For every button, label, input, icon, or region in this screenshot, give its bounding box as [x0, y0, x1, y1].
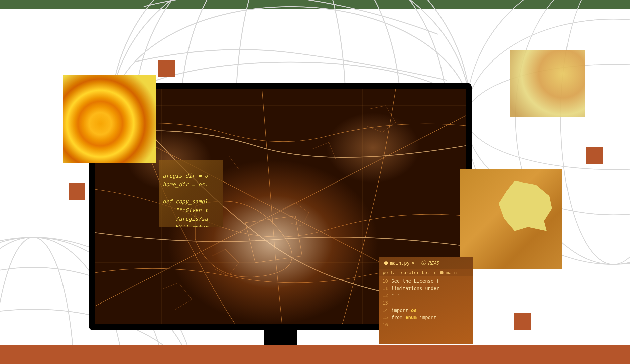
- editor-breadcrumb[interactable]: portal_curator_bot › ⬢ main: [379, 269, 473, 276]
- code-editor-panel: ⬢ main.py × ⓘ READ portal_curator_bot › …: [379, 257, 473, 344]
- code-line: home_dir = os.: [163, 181, 208, 188]
- tab-label: main.py: [390, 260, 410, 266]
- code-line: Will retur: [163, 224, 208, 227]
- editor-tab-main-py[interactable]: ⬢ main.py ×: [382, 259, 416, 267]
- line-text: import os: [391, 307, 417, 314]
- accent-square-3: [586, 147, 603, 164]
- close-icon[interactable]: ×: [412, 260, 414, 266]
- code-line: 10 See the License f: [379, 278, 473, 285]
- line-text: limitations under: [391, 285, 439, 292]
- editor-tab-bar: ⬢ main.py × ⓘ READ: [379, 257, 473, 269]
- accent-square-4: [514, 313, 531, 330]
- info-icon: ⓘ: [421, 260, 426, 266]
- line-number: 12: [379, 292, 391, 299]
- breadcrumb-segment: main: [446, 270, 457, 275]
- python-file-icon: ⬢: [384, 260, 388, 266]
- accent-square-1: [158, 60, 175, 77]
- heatmap-swirl-image: [63, 75, 156, 163]
- line-number: 14: [379, 307, 391, 314]
- top-accent-bar: [0, 0, 630, 9]
- code-snippet-overlay: arcgis_dir = o home_dir = os. def copy_s…: [159, 160, 223, 227]
- line-number: 13: [379, 299, 391, 307]
- bottom-accent-bar: [0, 345, 630, 364]
- code-line: arcgis_dir = o: [163, 173, 208, 179]
- svg-point-17: [561, 0, 630, 264]
- code-line: 14 import os: [379, 307, 473, 314]
- line-text: """: [391, 292, 400, 299]
- heatmap-cloud-image: [510, 50, 585, 117]
- chevron-right-icon: ›: [432, 271, 437, 275]
- editor-tab-readme[interactable]: ⓘ READ: [419, 259, 441, 267]
- accent-square-2: [69, 183, 85, 200]
- line-number: 11: [379, 285, 391, 292]
- code-line: 15 from enum import: [379, 314, 473, 321]
- line-number: 15: [379, 314, 391, 321]
- line-text: from enum import: [391, 314, 436, 321]
- line-text: See the License f: [391, 278, 439, 285]
- editor-code-area[interactable]: 10 See the License f 11 limitations unde…: [379, 276, 473, 330]
- heatmap-region-image: [460, 169, 562, 269]
- code-line: /arcgis/sa: [163, 216, 208, 222]
- code-line: def copy_sampl: [163, 198, 208, 205]
- tab-label: READ: [428, 260, 439, 266]
- code-line: 12 """: [379, 292, 473, 299]
- code-line: 16: [379, 321, 473, 329]
- line-number: 10: [379, 278, 391, 285]
- code-line: """Given t: [163, 207, 208, 213]
- line-number: 16: [379, 321, 391, 329]
- code-line: 13: [379, 299, 473, 307]
- python-file-icon: ⬢: [440, 270, 444, 275]
- code-line: 11 limitations under: [379, 285, 473, 292]
- breadcrumb-segment: portal_curator_bot: [383, 270, 430, 275]
